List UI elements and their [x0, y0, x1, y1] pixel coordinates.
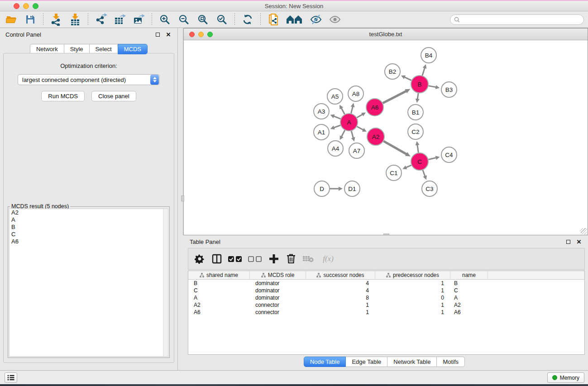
table-cell[interactable]: 1: [375, 309, 450, 315]
table-cell[interactable]: B: [450, 280, 488, 286]
column-header-shared-name[interactable]: shared name: [188, 271, 250, 279]
table-cell[interactable]: A6: [188, 309, 250, 315]
import-table-icon[interactable]: [68, 13, 82, 26]
column-header-predecessor-nodes[interactable]: predecessor nodes: [375, 271, 450, 279]
table-cell[interactable]: A2: [188, 302, 250, 308]
network-graph[interactable]: B4B2BB3A5A8A6A3B1AA1C2A2A4A7C4CC1C3DD1: [184, 40, 588, 235]
import-network-icon[interactable]: [49, 13, 63, 26]
table-cell[interactable]: A: [450, 295, 488, 301]
mcds-result-item[interactable]: A6: [10, 238, 168, 245]
show-all-eye-icon[interactable]: [328, 13, 342, 26]
float-panel-icon[interactable]: [154, 31, 161, 38]
hide-selected-eye-icon[interactable]: [309, 13, 323, 26]
zoom-in-icon[interactable]: [158, 13, 172, 26]
mcds-result-scrollbar[interactable]: [163, 209, 168, 356]
new-network-from-selection-icon[interactable]: [267, 13, 280, 26]
export-network-icon[interactable]: [94, 13, 108, 26]
table-cell[interactable]: 1: [375, 302, 450, 308]
memory-button[interactable]: Memory: [547, 372, 584, 383]
table-cell[interactable]: C: [188, 287, 250, 294]
add-column-icon[interactable]: [266, 251, 282, 267]
table-cell[interactable]: 4: [306, 287, 375, 294]
column-header-name[interactable]: name: [450, 271, 488, 279]
deselect-all-checkboxes-icon[interactable]: [246, 251, 264, 267]
control-panel-header: Control Panel ✕: [0, 28, 177, 41]
application-window: Session: New Session: [0, 0, 588, 386]
table-cell[interactable]: 8: [306, 295, 375, 301]
node-table[interactable]: shared nameMCDS rolesuccessor nodesprede…: [188, 271, 585, 355]
table-cell[interactable]: A6: [450, 309, 488, 315]
network-view-window: testGlobe.txt B4B2BB3A5A8A6A3B1AA1C2A2A4…: [183, 28, 588, 235]
table-row[interactable]: A6connector11A6: [188, 309, 584, 316]
table-cell[interactable]: dominator: [250, 280, 306, 286]
graph-edge-B-B4[interactable]: [422, 67, 425, 76]
mcds-result-item[interactable]: A: [10, 216, 168, 224]
table-body: Bdominator41BCdominator41CAdominator80AA…: [188, 280, 584, 316]
tab-node-table[interactable]: Node Table: [304, 357, 346, 367]
canvas-scroll-thumb-left[interactable]: [181, 195, 184, 201]
mcds-result-item[interactable]: C: [10, 231, 168, 238]
mcds-result-item[interactable]: B: [10, 224, 168, 231]
function-builder-icon: f(x): [318, 251, 339, 267]
table-cell[interactable]: connector: [250, 309, 306, 315]
list-icon: [7, 374, 14, 381]
table-row[interactable]: A2connector11A2: [188, 301, 584, 309]
task-history-button[interactable]: [5, 372, 17, 383]
network-canvas[interactable]: B4B2BB3A5A8A6A3B1AA1C2A2A4A7C4CC1C3DD1: [184, 40, 588, 235]
table-cell[interactable]: A2: [450, 302, 488, 308]
delete-column-icon[interactable]: [283, 251, 299, 267]
close-table-panel-icon[interactable]: ✕: [575, 238, 583, 245]
graph-edge-A6-B[interactable]: [383, 91, 407, 103]
network-window-titlebar[interactable]: testGlobe.txt: [184, 29, 588, 40]
graph-edge-arrowhead: [339, 187, 343, 191]
table-cell[interactable]: B: [188, 280, 250, 286]
table-cell[interactable]: 1: [375, 287, 450, 294]
optimization-criterion-dropdown[interactable]: largest connected component (directed): [18, 74, 160, 85]
toolbar-separator: [152, 13, 152, 26]
column-header-successor-nodes[interactable]: successor nodes: [306, 271, 375, 279]
export-image-icon[interactable]: [132, 13, 146, 26]
search-box[interactable]: [450, 14, 584, 25]
table-row[interactable]: Adominator80A: [188, 294, 584, 301]
mcds-result-list[interactable]: A2ABCA6: [9, 209, 168, 357]
table-cell[interactable]: dominator: [250, 295, 306, 301]
table-cell[interactable]: C: [450, 287, 488, 294]
table-cell[interactable]: 1: [306, 302, 375, 308]
save-session-icon[interactable]: [24, 13, 37, 26]
split-panel-icon[interactable]: [209, 251, 225, 267]
tab-network-table[interactable]: Network Table: [387, 357, 437, 367]
export-table-icon[interactable]: [113, 13, 127, 26]
open-session-icon[interactable]: [5, 13, 18, 26]
main-toolbar: [0, 11, 588, 28]
tab-mcds[interactable]: MCDS: [118, 44, 148, 54]
table-cell[interactable]: 1: [306, 309, 375, 315]
table-cell[interactable]: 4: [306, 280, 375, 286]
graph-edge-A2-C[interactable]: [383, 141, 407, 155]
refresh-network-view-icon[interactable]: [241, 13, 254, 26]
table-row[interactable]: Bdominator41B: [188, 280, 584, 287]
table-cell[interactable]: connector: [250, 302, 306, 308]
close-panel-button[interactable]: Close panel: [91, 91, 136, 101]
search-input[interactable]: [462, 17, 583, 23]
table-cell[interactable]: A: [188, 295, 250, 301]
table-row[interactable]: Cdominator41C: [188, 287, 584, 294]
window-resize-grip[interactable]: [581, 228, 587, 234]
mcds-result-group: MCDS result (5 nodes) A2ABCA6: [8, 206, 170, 358]
table-cell[interactable]: 0: [375, 295, 450, 301]
zoom-selected-icon[interactable]: [215, 13, 229, 26]
zoom-out-icon[interactable]: [177, 13, 191, 26]
tab-motifs[interactable]: Motifs: [436, 357, 465, 367]
column-header-MCDS-role[interactable]: MCDS role: [250, 271, 306, 279]
table-settings-gear-icon[interactable]: [192, 251, 207, 267]
table-cell[interactable]: dominator: [250, 287, 306, 294]
table-cell[interactable]: 1: [375, 280, 450, 286]
run-mcds-button[interactable]: Run MCDS: [41, 91, 85, 101]
ndex-browse-icon[interactable]: [286, 13, 304, 26]
float-table-panel-icon[interactable]: [564, 238, 572, 245]
canvas-scroll-thumb-bottom[interactable]: [383, 234, 389, 235]
mcds-result-item[interactable]: A2: [10, 209, 168, 216]
close-panel-icon[interactable]: ✕: [165, 31, 172, 38]
tab-edge-table[interactable]: Edge Table: [345, 357, 387, 367]
select-all-checkboxes-icon[interactable]: [226, 251, 244, 267]
zoom-fit-icon[interactable]: [196, 13, 210, 26]
